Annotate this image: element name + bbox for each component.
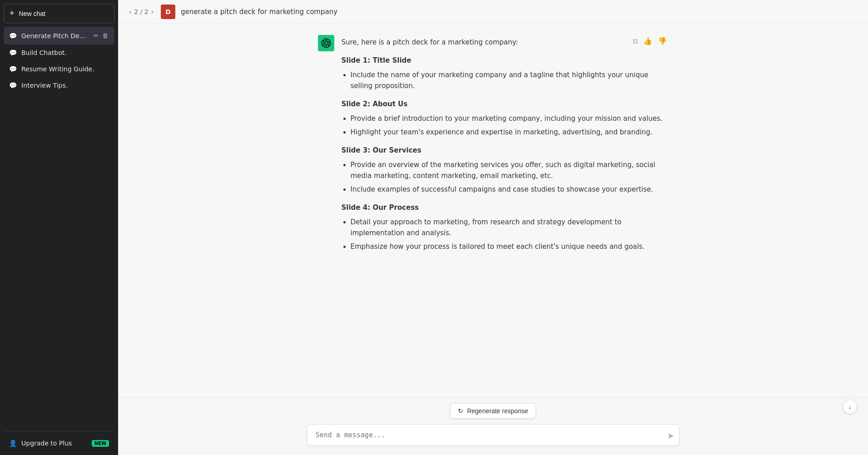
nav-count: 2 / 2 (134, 8, 148, 15)
regenerate-wrapper: ↻ Regenerate response (450, 403, 536, 419)
chat-list: 💬 Generate Pitch Deck. ✏ 🗑 💬 Build Chatb… (4, 27, 114, 431)
slide-bullet: Include the name of your marketing compa… (351, 69, 669, 91)
bottom-area: ↻ Regenerate response ➤ (118, 397, 868, 455)
scroll-down-button[interactable]: ↓ (843, 400, 857, 414)
regenerate-label: Regenerate response (467, 407, 528, 415)
next-message-button[interactable]: › (149, 6, 155, 18)
assistant-message: Sure, here is a pitch deck for a marketi… (318, 35, 669, 257)
new-chat-button[interactable]: + New chat (4, 4, 114, 23)
thumbs-up-button[interactable]: 👍 (641, 35, 654, 47)
sidebar-item-resume-writing-guide[interactable]: 💬 Resume Writing Guide. (4, 61, 114, 77)
message-actions: ⧉ 👍 👎 (631, 35, 669, 47)
chat-bubble-icon: 💬 (9, 49, 17, 56)
slide-bullets: Include the name of your marketing compa… (342, 69, 669, 91)
copy-message-button[interactable]: ⧉ (631, 35, 640, 47)
chat-bubble-icon: 💬 (9, 82, 17, 89)
regenerate-response-button[interactable]: ↻ Regenerate response (450, 403, 536, 419)
chat-bubble-icon: 💬 (9, 32, 17, 40)
header-title: generate a pitch deck for marketing comp… (181, 8, 337, 16)
slide-bullets: Provide an overview of the marketing ser… (342, 159, 669, 195)
sidebar-item-build-chatbot[interactable]: 💬 Build Chatbot. (4, 45, 114, 61)
thumbs-down-button[interactable]: 👎 (656, 35, 669, 47)
message-body: Sure, here is a pitch deck for a marketi… (342, 35, 669, 257)
new-badge: NEW (92, 440, 109, 447)
edit-chat-button[interactable]: ✏ (93, 31, 99, 40)
slide-heading: Slide 2: About Us (342, 99, 669, 109)
sidebar-item-interview-tips[interactable]: 💬 Interview Tips. (4, 77, 114, 94)
slide-bullet: Detail your approach to marketing, from … (351, 217, 669, 238)
input-wrapper: ➤ (307, 424, 680, 448)
prev-message-button[interactable]: ‹ (127, 6, 133, 18)
upgrade-label: Upgrade to Plus (21, 440, 72, 447)
slide-bullets: Provide a brief introduction to your mar… (342, 113, 669, 138)
slide-heading: Slide 4: Our Process (342, 202, 669, 213)
sidebar: + New chat 💬 Generate Pitch Deck. ✏ 🗑 💬 … (0, 0, 118, 455)
user-avatar: D (161, 5, 175, 19)
sidebar-item-label: Interview Tips. (21, 82, 109, 89)
refresh-icon: ↻ (458, 407, 463, 415)
slide-bullets: Detail your approach to marketing, from … (342, 217, 669, 252)
slide-heading: Slide 3: Our Services (342, 145, 669, 156)
nav-arrows: ‹ 2 / 2 › (127, 6, 155, 18)
delete-chat-button[interactable]: 🗑 (101, 31, 109, 40)
sidebar-item-label: Build Chatbot. (21, 49, 109, 56)
chat-input[interactable] (307, 424, 680, 446)
sidebar-item-generate-pitch-deck[interactable]: 💬 Generate Pitch Deck. ✏ 🗑 (4, 27, 114, 45)
gpt-avatar (318, 35, 334, 51)
chat-item-actions: ✏ 🗑 (93, 31, 109, 40)
slide-bullet: Highlight your team's experience and exp… (351, 127, 669, 138)
slide-bullet: Provide an overview of the marketing ser… (351, 159, 669, 181)
slide-bullet: Emphasize how your process is tailored t… (351, 241, 669, 252)
sidebar-item-label: Generate Pitch Deck. (21, 32, 88, 40)
new-chat-label: New chat (19, 10, 45, 17)
sidebar-bottom: 👤 Upgrade to Plus NEW (4, 431, 114, 451)
slide-bullet: Include examples of successful campaigns… (351, 184, 669, 195)
upgrade-to-plus-item[interactable]: 👤 Upgrade to Plus NEW (4, 435, 114, 451)
plus-icon: + (10, 9, 15, 18)
chat-area: Sure, here is a pitch deck for a marketi… (118, 24, 868, 397)
slide-bullet: Provide a brief introduction to your mar… (351, 113, 669, 124)
sidebar-item-label: Resume Writing Guide. (21, 65, 109, 73)
user-icon: 👤 (9, 440, 17, 447)
slide-heading: Slide 1: Title Slide (342, 55, 669, 66)
main-content: ‹ 2 / 2 › D generate a pitch deck for ma… (118, 0, 868, 455)
chat-header: ‹ 2 / 2 › D generate a pitch deck for ma… (118, 0, 868, 24)
message-container: Sure, here is a pitch deck for a marketi… (307, 35, 680, 257)
chat-bubble-icon: 💬 (9, 65, 17, 73)
send-button[interactable]: ➤ (667, 431, 674, 441)
message-text: Sure, here is a pitch deck for a marketi… (342, 37, 669, 252)
slides-container: Slide 1: Title SlideInclude the name of … (342, 55, 669, 252)
message-intro: Sure, here is a pitch deck for a marketi… (342, 37, 669, 48)
